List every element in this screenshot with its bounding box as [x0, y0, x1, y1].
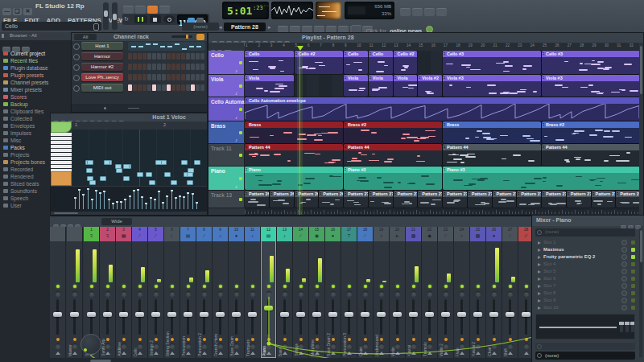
- velocity-stem[interactable]: [113, 204, 114, 209]
- send-knob[interactable]: [508, 343, 513, 348]
- velocity-stem[interactable]: [121, 203, 122, 209]
- step-cell[interactable]: [162, 53, 166, 60]
- step-cell[interactable]: [157, 74, 161, 80]
- strip-header[interactable]: 12▤: [261, 227, 276, 241]
- countdown-icon[interactable]: [147, 6, 158, 14]
- piano-roll-titlebar[interactable]: Host 1 Veloc: [51, 113, 207, 121]
- browser-item-channel-presets[interactable]: Channel presets: [0, 79, 71, 86]
- strip-header[interactable]: 11♪: [245, 227, 260, 241]
- slot-enable-led[interactable]: [631, 255, 635, 259]
- clip-brass2[interactable]: Brass #2: [542, 121, 640, 143]
- velocity-stem[interactable]: [130, 197, 130, 209]
- browser-item-plugin-presets[interactable]: Plugin presets: [0, 72, 71, 79]
- piano-roll-grid[interactable]: [72, 130, 207, 186]
- track-header-1[interactable]: Cello♪: [208, 51, 244, 75]
- track-mute-led[interactable]: [239, 84, 242, 88]
- route-arrow-icon[interactable]: [234, 352, 239, 355]
- route-arrow-icon[interactable]: [250, 352, 255, 355]
- fx-lamp[interactable]: [299, 338, 303, 341]
- step-cell[interactable]: [142, 84, 147, 91]
- strip-header[interactable]: 4∕: [132, 227, 147, 241]
- mixer-strip-bassdrum[interactable]: 10●Bass Drum: [229, 227, 245, 358]
- clip-pattern27[interactable]: Pattern 27: [517, 191, 541, 208]
- record-button[interactable]: [163, 15, 175, 23]
- clip-pattern27[interactable]: Pattern 27: [567, 191, 591, 208]
- track-lane-1[interactable]: CelloCello #2CelloCelloCello #2Cello #3C…: [245, 51, 639, 76]
- channel-button[interactable]: Harmor #2: [81, 63, 123, 71]
- fader-track[interactable]: [267, 299, 270, 335]
- step-cell[interactable]: [191, 84, 195, 91]
- strip-header[interactable]: 17T: [341, 227, 357, 241]
- channel-options-icon[interactable]: [73, 64, 80, 71]
- track-lane-6[interactable]: PianoPiano #2Piano #3: [245, 167, 639, 191]
- time-display[interactable]: 5:01 :23˙˙˙: [222, 2, 269, 19]
- volume-fader[interactable]: [70, 312, 79, 317]
- channel-options-icon[interactable]: [73, 75, 80, 81]
- online-news[interactable]: Click for online news: [351, 22, 472, 31]
- clip-cello[interactable]: Cello: [344, 51, 368, 74]
- fx-lamp[interactable]: [138, 338, 142, 341]
- fader-track[interactable]: [477, 299, 479, 335]
- pan-knob[interactable]: [315, 291, 320, 296]
- volume-fader[interactable]: [103, 312, 112, 317]
- strip-header[interactable]: 8∕: [196, 227, 212, 241]
- fader-track[interactable]: [171, 299, 173, 335]
- slot-mix-knob[interactable]: [621, 290, 627, 296]
- wait-input-icon[interactable]: [159, 6, 170, 14]
- mixer-strip-choir[interactable]: 26●Choir: [486, 227, 502, 358]
- track-header-3[interactable]: Cello Automation♪: [208, 97, 244, 121]
- mixer-strip-strings2[interactable]: 5∕Strings 2: [148, 227, 164, 358]
- fader-track[interactable]: [493, 299, 495, 335]
- slot-arrow-icon[interactable]: [538, 278, 541, 281]
- mixer-strip-shift[interactable]: 27∕Shift: [502, 227, 518, 358]
- typing-to-piano-icon[interactable]: [123, 6, 134, 14]
- channel-row-harmor2[interactable]: Harmor #2: [72, 62, 207, 72]
- volume-fader[interactable]: [280, 312, 289, 317]
- step-cell[interactable]: [167, 53, 171, 60]
- fader-track[interactable]: [203, 299, 205, 335]
- clip-piano[interactable]: Piano: [245, 167, 343, 190]
- play-state-dropdown[interactable]: (none): [182, 23, 219, 31]
- channel-led[interactable]: [493, 285, 496, 288]
- mixer-strip[interactable]: [50, 227, 66, 358]
- channel-led[interactable]: [444, 285, 448, 288]
- channel-led[interactable]: [187, 285, 190, 288]
- piano-roll-scrollbar[interactable]: [51, 212, 207, 215]
- channel-led[interactable]: [171, 285, 174, 288]
- send-knob[interactable]: [250, 343, 255, 348]
- mixer-strip-percussion2[interactable]: 8∕Percussion 2: [196, 227, 213, 358]
- step-cell[interactable]: [181, 64, 185, 70]
- mixer-strip-frenchhorn[interactable]: 9♪French Horn: [213, 227, 229, 358]
- mixer-strip-bassdrum2[interactable]: 16●Bass Drum 2: [325, 227, 341, 358]
- fx-lamp[interactable]: [122, 338, 126, 341]
- fx-lamp[interactable]: [251, 338, 254, 341]
- velocity-stem[interactable]: [75, 199, 76, 209]
- send-knob[interactable]: [395, 343, 400, 348]
- fx-slot-3[interactable]: Fruity parametric EQ 2: [535, 253, 638, 261]
- fx-lamp[interactable]: [380, 338, 383, 341]
- route-arrow-icon[interactable]: [460, 352, 464, 355]
- piano-roll-drag-handle[interactable]: [51, 121, 72, 133]
- fx-lamp[interactable]: [187, 338, 190, 341]
- pattern-prev-icon[interactable]: ◂: [219, 24, 222, 31]
- fader-track[interactable]: [509, 299, 511, 335]
- pan-knob[interactable]: [138, 291, 142, 296]
- route-arrow-icon[interactable]: [363, 352, 368, 355]
- volume-fader[interactable]: [232, 312, 241, 317]
- step-cell[interactable]: [167, 74, 171, 80]
- route-arrow-icon[interactable]: [283, 352, 287, 355]
- route-arrow-icon[interactable]: [524, 352, 529, 355]
- slot-enable-led[interactable]: [631, 291, 635, 295]
- clip-viola2[interactable]: Viola #2: [418, 75, 442, 97]
- fx-scrollbar[interactable]: [639, 228, 642, 357]
- slot-enable-led[interactable]: [631, 298, 635, 302]
- velocity-stem[interactable]: [146, 204, 147, 209]
- fx-lamp[interactable]: [412, 338, 415, 341]
- send-knob[interactable]: [476, 343, 481, 348]
- step-cell[interactable]: [152, 84, 156, 91]
- fx-lamp[interactable]: [316, 338, 319, 341]
- step-cell[interactable]: [128, 74, 132, 80]
- fx-lamp[interactable]: [332, 338, 335, 341]
- step-cell[interactable]: [152, 64, 156, 70]
- mixer-strip-tremolo[interactable]: 22◆Tremolo: [422, 227, 438, 358]
